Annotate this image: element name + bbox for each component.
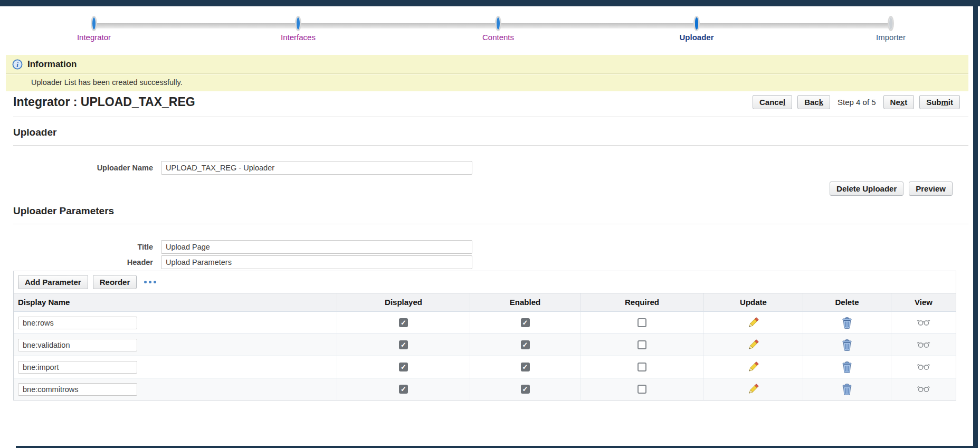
next-button[interactable]: Next — [883, 95, 915, 109]
step-circle-icon — [92, 17, 96, 30]
enabled-checkbox[interactable] — [521, 363, 530, 371]
required-checkbox[interactable] — [638, 318, 646, 327]
col-header-view: View — [891, 293, 956, 311]
ellipsis-icon[interactable] — [144, 281, 156, 283]
page-title: Integrator : UPLOAD_TAX_REG — [13, 95, 195, 109]
view-glasses-icon[interactable] — [917, 364, 930, 370]
title-label: Title — [13, 243, 153, 251]
step-circle-icon — [695, 17, 698, 30]
displayed-checkbox[interactable] — [399, 340, 408, 349]
step-label[interactable]: Contents — [461, 33, 535, 42]
step-circle-icon — [297, 17, 300, 30]
window-right-edge — [973, 0, 978, 448]
banner-title: Information — [27, 59, 77, 70]
col-header-displayed: Displayed — [337, 293, 470, 311]
page: Integrator Interfaces Contents Uploader … — [0, 0, 980, 448]
col-header-delete: Delete — [803, 293, 891, 311]
step-uploader: Uploader — [660, 19, 734, 42]
wizard-actions: Cancel Back Step 4 of 5 Next Submit — [753, 95, 960, 109]
col-header-update: Update — [704, 293, 803, 311]
view-glasses-icon[interactable] — [917, 386, 930, 393]
col-header-display-name: Display Name — [14, 293, 337, 311]
banner-message: Uploader List has been created successfu… — [6, 74, 968, 87]
step-circle-icon — [497, 17, 500, 30]
divider — [13, 117, 968, 117]
uploader-name-input[interactable] — [161, 161, 472, 175]
col-header-required: Required — [581, 293, 704, 311]
displayed-checkbox[interactable] — [399, 318, 408, 327]
table-row — [14, 333, 956, 356]
col-header-enabled: Enabled — [470, 293, 581, 311]
information-banner: i Information Uploader List has been cre… — [6, 55, 968, 91]
displayed-checkbox[interactable] — [399, 385, 408, 394]
update-pencil-icon[interactable] — [747, 339, 759, 351]
delete-trash-icon[interactable] — [842, 361, 852, 373]
enabled-checkbox[interactable] — [521, 318, 530, 327]
reorder-button[interactable]: Reorder — [93, 275, 137, 289]
cancel-button[interactable]: Cancel — [753, 95, 792, 109]
update-pencil-icon[interactable] — [747, 361, 759, 373]
step-label[interactable]: Importer — [854, 33, 928, 42]
display-name-input[interactable] — [18, 339, 137, 351]
divider — [13, 224, 968, 224]
table-header-row: Display Name Displayed Enabled Required … — [14, 293, 956, 311]
wizard-step-train: Integrator Interfaces Contents Uploader … — [0, 16, 980, 53]
submit-button[interactable]: Submit — [919, 95, 960, 109]
delete-trash-icon[interactable] — [842, 339, 852, 351]
preview-button[interactable]: Preview — [909, 182, 953, 196]
table-row — [14, 378, 956, 400]
title-input[interactable] — [161, 240, 472, 254]
step-contents[interactable]: Contents — [461, 19, 535, 42]
add-parameter-button[interactable]: Add Parameter — [18, 275, 88, 289]
back-button[interactable]: Back — [797, 95, 830, 109]
window-bottom-edge — [16, 446, 978, 448]
view-glasses-icon[interactable] — [917, 341, 930, 348]
update-pencil-icon[interactable] — [747, 317, 759, 329]
header-input[interactable] — [161, 255, 472, 269]
required-checkbox[interactable] — [638, 340, 646, 349]
step-label[interactable]: Integrator — [57, 33, 131, 42]
delete-uploader-button[interactable]: Delete Uploader — [830, 182, 903, 196]
required-checkbox[interactable] — [638, 385, 646, 394]
view-glasses-icon[interactable] — [917, 319, 930, 326]
delete-trash-icon[interactable] — [842, 317, 852, 329]
display-name-input[interactable] — [18, 317, 137, 329]
info-icon: i — [12, 59, 23, 70]
step-importer[interactable]: Importer — [854, 19, 928, 42]
delete-trash-icon[interactable] — [842, 384, 852, 395]
step-integrator[interactable]: Integrator — [57, 19, 131, 42]
parameters-section-heading: Uploader Parameters — [13, 205, 114, 217]
window-top-bar — [0, 0, 980, 6]
svg-text:i: i — [16, 61, 18, 69]
display-name-input[interactable] — [18, 383, 137, 396]
step-label: Uploader — [660, 33, 734, 42]
display-name-input[interactable] — [18, 361, 137, 374]
table-row — [14, 356, 956, 378]
update-pencil-icon[interactable] — [747, 383, 759, 395]
required-checkbox[interactable] — [638, 363, 646, 371]
enabled-checkbox[interactable] — [521, 340, 530, 349]
divider — [13, 145, 968, 146]
uploader-section-heading: Uploader — [13, 127, 56, 138]
step-indicator: Step 4 of 5 — [835, 98, 878, 107]
step-circle-icon — [889, 17, 892, 30]
uploader-name-label: Uploader Name — [13, 164, 153, 172]
step-label[interactable]: Interfaces — [261, 33, 335, 42]
parameters-toolbar: Add Parameter Reorder — [14, 271, 956, 293]
header-label: Header — [13, 258, 153, 266]
displayed-checkbox[interactable] — [399, 363, 408, 371]
step-interfaces[interactable]: Interfaces — [261, 19, 335, 42]
parameters-panel: Add Parameter Reorder Display Name Displ… — [13, 271, 956, 401]
enabled-checkbox[interactable] — [521, 385, 530, 394]
table-row — [14, 311, 956, 333]
